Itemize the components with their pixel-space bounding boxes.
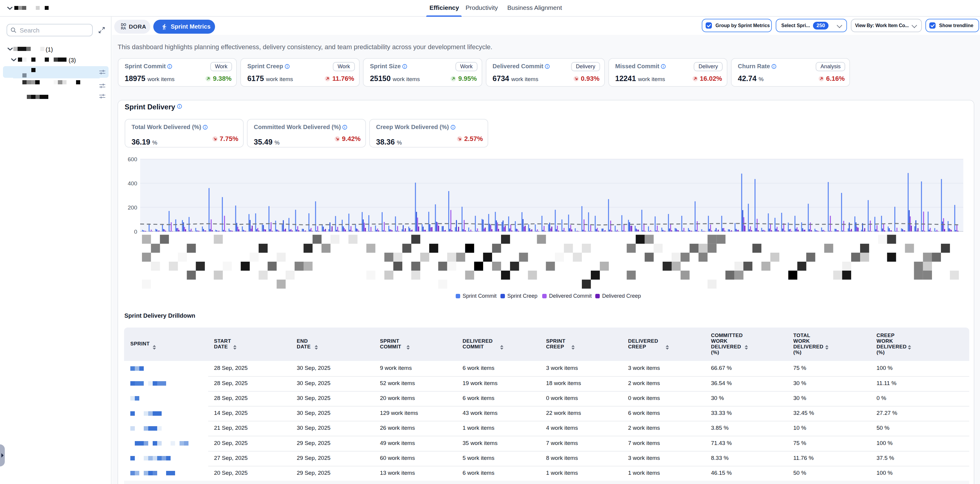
- svg-text:200: 200: [128, 205, 137, 211]
- svg-text:600: 600: [128, 156, 137, 162]
- svg-text:0: 0: [134, 229, 137, 235]
- svg-text:400: 400: [128, 180, 137, 187]
